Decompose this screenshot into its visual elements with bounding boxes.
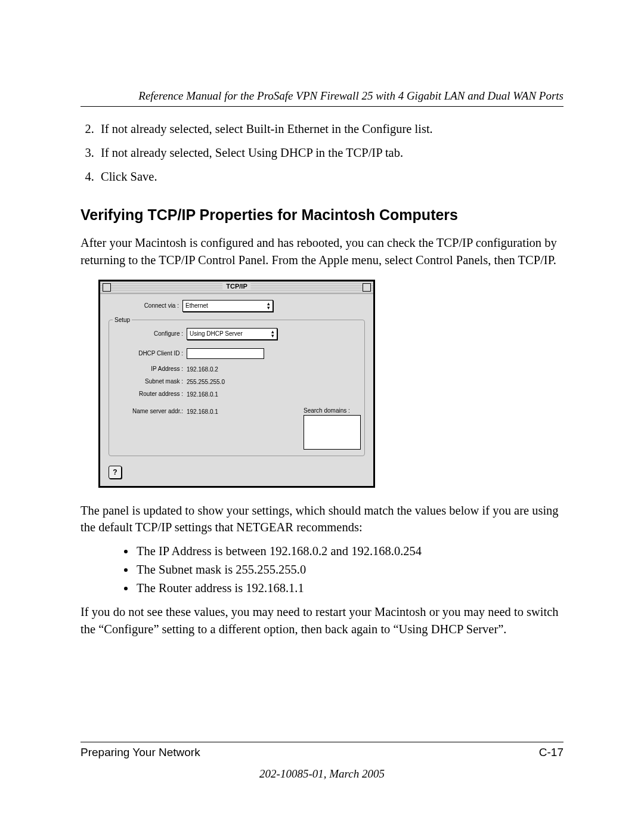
step-4: Click Save. [97,168,564,187]
tcpip-control-panel: TCP/IP Connect via : Ethernet ▴▾ Setup C… [98,280,375,488]
popup-arrows-icon: ▴▾ [271,330,274,338]
ip-address-value: 192.168.0.2 [187,365,218,373]
subnet-mask-value: 255.255.255.0 [187,377,225,385]
zoom-box-icon[interactable] [363,283,371,292]
close-box-icon[interactable] [103,283,111,292]
post-figure-paragraph: The panel is updated to show your settin… [80,502,564,536]
configure-label: Configure : [113,330,187,337]
tcpip-figure: TCP/IP Connect via : Ethernet ▴▾ Setup C… [98,280,564,488]
footer-section-name: Preparing Your Network [80,746,200,759]
setup-legend: Setup [113,317,132,323]
closing-paragraph: If you do not see these values, you may … [80,603,564,637]
window-title: TCP/IP [222,283,250,290]
procedure-steps: If not already selected, select Built-in… [80,120,564,186]
intro-paragraph: After your Macintosh is configured and h… [80,234,564,268]
step-3: If not already selected, Select Using DH… [97,144,564,163]
recommended-values-list: The IP Address is between 192.168.0.2 an… [80,544,564,595]
connect-via-popup[interactable]: Ethernet ▴▾ [182,300,273,312]
configure-popup[interactable]: Using DHCP Server ▴▾ [187,328,277,340]
nameserver-value: 192.168.0.1 [187,407,218,415]
bullet-subnet: The Subnet mask is 255.255.255.0 [135,563,564,577]
footer-rule [80,742,564,742]
header-rule [80,106,564,107]
bullet-router: The Router address is 192.168.1.1 [135,581,564,595]
popup-arrows-icon: ▴▾ [267,302,270,310]
router-address-value: 192.168.0.1 [187,390,218,398]
page-footer: Preparing Your Network C-17 202-10085-01… [80,742,564,781]
search-domains-input[interactable] [304,415,361,450]
router-address-label: Router address : [113,391,187,397]
configure-value: Using DHCP Server [190,330,243,337]
dhcp-client-label: DHCP Client ID : [113,350,187,357]
search-domains-label: Search domains : [304,407,361,414]
running-header: Reference Manual for the ProSafe VPN Fir… [80,89,564,103]
ip-address-label: IP Address : [113,366,187,372]
dhcp-client-input[interactable] [187,348,264,359]
connect-via-value: Ethernet [185,302,208,309]
help-icon: ? [113,468,117,476]
bullet-ip-range: The IP Address is between 192.168.0.2 an… [135,544,564,558]
connect-via-label: Connect via : [109,302,182,309]
window-titlebar: TCP/IP [100,281,373,294]
footer-page-number: C-17 [539,746,564,759]
subnet-mask-label: Subnet mask : [113,378,187,385]
help-button[interactable]: ? [109,466,122,479]
footer-doc-id: 202-10085-01, March 2005 [80,767,564,781]
setup-group: Setup Configure : Using DHCP Server ▴▾ D… [109,317,365,456]
step-2: If not already selected, select Built-in… [97,120,564,139]
nameserver-label: Name server addr.: [113,408,187,414]
section-heading: Verifying TCP/IP Properties for Macintos… [80,206,564,224]
